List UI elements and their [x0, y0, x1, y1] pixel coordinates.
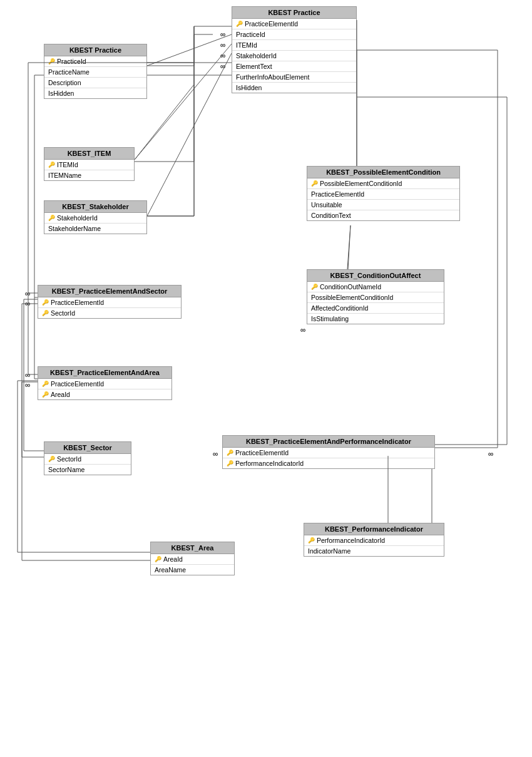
- entity-kbest-sector: KBEST_Sector 🔑 SectorId SectorName: [44, 441, 131, 475]
- field-practice-id: PracticeId: [232, 29, 356, 40]
- entity-kbest-practice-top: KBEST Practice 🔑 PracticeElementId Pract…: [232, 6, 357, 93]
- inf-label-5: ∞: [25, 289, 31, 298]
- pk-icon-3: 🔑: [48, 162, 55, 168]
- svg-line-2: [147, 53, 232, 216]
- field-practice-element-id-area: 🔑 PracticeElementId: [38, 379, 171, 389]
- entity-header-practice-area: KBEST_PracticeElementAndArea: [38, 367, 171, 379]
- pk-icon-8: 🔑: [42, 310, 49, 316]
- field-practice-id-left: 🔑 PracticeId: [44, 56, 146, 67]
- entity-header-practice-top: KBEST Practice: [232, 7, 356, 19]
- svg-line-1: [135, 44, 232, 160]
- inf-label-6: ∞: [25, 299, 31, 308]
- inf-label-9: ∞: [300, 326, 306, 334]
- field-area-name: AreaName: [151, 565, 234, 575]
- field-perf-indicator-id-fk: 🔑 PerformanceIndicatorId: [223, 458, 434, 468]
- inf-label-2: ∞: [220, 41, 226, 49]
- entity-header-possible-condition: KBEST_PossibleElementCondition: [307, 167, 459, 178]
- inf-label-4: ∞: [220, 62, 226, 71]
- entity-practice-element-perf: KBEST_PracticeElementAndPerformanceIndic…: [222, 435, 435, 469]
- pk-icon-6: 🔑: [311, 284, 318, 290]
- diagram-container: ∞ ∞ ∞ ∞ ∞ ∞ ∞ ∞ ∞ ∞ ∞ KBEST Practice 🔑 P…: [0, 0, 532, 757]
- inf-label-3: ∞: [220, 51, 226, 60]
- field-area-id-pk: 🔑 AreaId: [151, 554, 234, 565]
- entity-header-practice-sector: KBEST_PracticeElementAndSector: [38, 286, 181, 297]
- entity-performance-indicator: KBEST_PerformanceIndicator 🔑 Performance…: [304, 523, 444, 557]
- field-sector-name: SectorName: [44, 465, 131, 475]
- field-area-id-fk: 🔑 AreaId: [38, 389, 171, 399]
- entity-kbest-stakeholder: KBEST_Stakeholder 🔑 StakeholderId Stakeh…: [44, 200, 147, 234]
- entity-kbest-area: KBEST_Area 🔑 AreaId AreaName: [150, 542, 235, 575]
- field-indicator-name: IndicatorName: [304, 546, 444, 556]
- entity-header-area: KBEST_Area: [151, 542, 234, 554]
- pk-icon-5: 🔑: [311, 180, 318, 187]
- pk-icon: 🔑: [236, 21, 243, 27]
- svg-line-0: [147, 34, 232, 66]
- field-item-name: ITEMName: [44, 170, 134, 180]
- inf-label-11: ∞: [488, 450, 494, 458]
- pk-icon-2: 🔑: [48, 58, 55, 64]
- field-further-info: FurtherInfoAboutElement: [232, 72, 356, 83]
- pk-icon-14: 🔑: [155, 556, 161, 562]
- inf-label-7: ∞: [25, 371, 31, 379]
- field-practice-element-id-sector: 🔑 PracticeElementId: [38, 297, 181, 308]
- entity-condition-out-affect: KBEST_ConditionOutAffect 🔑 ConditionOutN…: [307, 269, 444, 324]
- pk-icon-4: 🔑: [48, 215, 55, 221]
- svg-line-4: [347, 225, 350, 269]
- field-stakeholder-id: StakeholderId: [232, 51, 356, 61]
- field-is-hidden-left: IsHidden: [44, 88, 146, 98]
- field-possible-condition-id: 🔑 PossibleElementConditionId: [307, 178, 459, 189]
- inf-label-10: ∞: [213, 450, 218, 458]
- entity-header-perf-indicator: KBEST_PerformanceIndicator: [304, 523, 444, 535]
- entity-header-stakeholder: KBEST_Stakeholder: [44, 201, 146, 213]
- field-condition-out-name-id: 🔑 ConditionOutNameId: [307, 282, 444, 292]
- inf-label-8: ∞: [25, 381, 31, 389]
- inf-label-1: ∞: [220, 30, 226, 39]
- field-perf-indicator-id-pk: 🔑 PerformanceIndicatorId: [304, 535, 444, 546]
- field-is-stimulating: IsStimulating: [307, 314, 444, 324]
- field-unsuitable: Unsuitable: [307, 200, 459, 210]
- field-practice-element-id-perf: 🔑 PracticeElementId: [223, 448, 434, 458]
- field-stakeholder-name: StakeholderName: [44, 224, 146, 234]
- field-practice-name: PracticeName: [44, 67, 146, 78]
- pk-icon-11: 🔑: [227, 450, 233, 456]
- field-stakeholder-id-pk: 🔑 StakeholderId: [44, 213, 146, 224]
- pk-icon-13: 🔑: [48, 456, 55, 462]
- pk-icon-15: 🔑: [308, 537, 315, 543]
- entity-header-item: KBEST_ITEM: [44, 148, 134, 160]
- entity-kbest-practice-left: KBEST Practice 🔑 PracticeId PracticeName…: [44, 44, 147, 99]
- entity-header-sector: KBEST_Sector: [44, 442, 131, 454]
- entity-practice-element-area: KBEST_PracticeElementAndArea 🔑 PracticeE…: [38, 366, 172, 400]
- pk-icon-7: 🔑: [42, 299, 49, 306]
- field-sector-id-fk: 🔑 SectorId: [38, 308, 181, 318]
- field-practice-element-id-2: PracticeElementId: [307, 189, 459, 200]
- pk-icon-10: 🔑: [42, 391, 49, 398]
- field-possible-condition-id-2: PossibleElementConditionId: [307, 292, 444, 303]
- entity-header-practice-perf: KBEST_PracticeElementAndPerformanceIndic…: [223, 436, 434, 448]
- field-condition-text: ConditionText: [307, 210, 459, 220]
- field-practice-element-id: 🔑 PracticeElementId: [232, 19, 356, 29]
- pk-icon-9: 🔑: [42, 381, 49, 387]
- entity-kbest-item: KBEST_ITEM 🔑 ITEMId ITEMName: [44, 147, 135, 181]
- field-item-id-pk: 🔑 ITEMId: [44, 160, 134, 170]
- entity-practice-element-sector: KBEST_PracticeElementAndSector 🔑 Practic…: [38, 285, 182, 319]
- entity-header-condition-out: KBEST_ConditionOutAffect: [307, 270, 444, 282]
- field-item-id: ITEMId: [232, 40, 356, 51]
- entity-header-practice-left: KBEST Practice: [44, 44, 146, 56]
- field-affected-condition-id: AffectedConditionId: [307, 303, 444, 314]
- pk-icon-12: 🔑: [227, 460, 233, 466]
- field-element-text: ElementText: [232, 61, 356, 72]
- field-sector-id-pk: 🔑 SectorId: [44, 454, 131, 465]
- field-is-hidden-top: IsHidden: [232, 83, 356, 93]
- field-description: Description: [44, 78, 146, 88]
- entity-possible-element-condition: KBEST_PossibleElementCondition 🔑 Possibl…: [307, 166, 460, 221]
